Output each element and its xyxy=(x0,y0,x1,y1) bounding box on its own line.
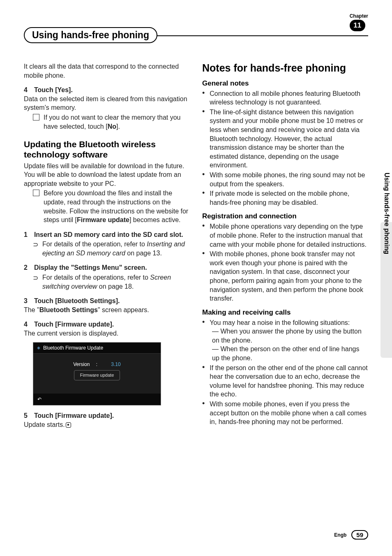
firmware-update-button[interactable]: Firmware update xyxy=(74,370,120,380)
updating-body: Update files will be available for downl… xyxy=(24,162,190,188)
note-icon xyxy=(33,190,39,196)
step-2-head: 2 Display the "Settings Menu" screen. xyxy=(24,263,190,272)
intro-text: It clears all the data that correspond t… xyxy=(24,62,190,80)
step-3-head: 3 Touch [Bluetooth Settings]. xyxy=(24,297,190,306)
general-notes-heading: General notes xyxy=(202,79,368,88)
chapter-number: 11 xyxy=(350,20,365,31)
bullet-icon: • xyxy=(202,250,205,303)
firmware-back-button[interactable]: ↶ xyxy=(33,394,161,405)
end-mark-icon: ■ xyxy=(66,422,71,428)
general-note: •The line-of-sight distance between this… xyxy=(202,108,368,170)
step-4-head: 4 Touch [Yes]. xyxy=(24,86,190,95)
ref-icon: ⊃ xyxy=(33,273,38,291)
bullet-icon: • xyxy=(202,364,205,399)
firmware-screenshot: ∗ Bluetooth Firmware Update Version : 3.… xyxy=(33,342,161,405)
updating-heading: Updating the Bluetooth wireless technolo… xyxy=(24,139,190,160)
note-icon xyxy=(33,114,39,120)
calls-subnote: — When you answer the phone by using the… xyxy=(212,327,368,345)
registration-note: •With mobile phones, phone book transfer… xyxy=(202,250,368,303)
calls-heading: Making and receiving calls xyxy=(202,308,368,317)
registration-note: •Mobile phone operations vary depending … xyxy=(202,222,368,249)
general-note: •If private mode is selected on the mobi… xyxy=(202,189,368,207)
updating-note: Before you download the files and instal… xyxy=(24,189,190,224)
general-note: •Connection to all mobile phones featuri… xyxy=(202,89,368,107)
registration-heading: Registration and connection xyxy=(202,212,368,221)
step-1-ref: ⊃ For details of the operation, refer to… xyxy=(24,240,190,257)
bluetooth-icon: ∗ xyxy=(37,345,41,351)
title-bar: Using hands-free phoning xyxy=(24,27,368,43)
bullet-icon: • xyxy=(202,318,205,327)
calls-note: •You may hear a noise in the following s… xyxy=(202,318,368,327)
left-column: It clears all the data that correspond t… xyxy=(24,62,190,429)
side-tab-text: Using hands-free phoning xyxy=(383,173,390,254)
step-3-body: The "Bluetooth Settings" screen appears. xyxy=(24,306,190,315)
bullet-icon: • xyxy=(202,171,205,188)
notes-heading: Notes for hands-free phoning xyxy=(202,62,368,74)
bullet-icon: • xyxy=(202,222,205,249)
calls-note: •With some mobile phones, even if you pr… xyxy=(202,400,368,426)
step-1-head: 1 Insert an SD memory card into the SD c… xyxy=(24,230,190,239)
step-4b-body: The current version is displayed. xyxy=(24,329,190,338)
step-5-body: Update starts.■ xyxy=(24,420,190,429)
ref-icon: ⊃ xyxy=(33,240,38,257)
bullet-icon: • xyxy=(202,400,205,426)
bullet-icon: • xyxy=(202,89,205,107)
calls-note: •If the person on the other end of the p… xyxy=(202,364,368,399)
page-number: 59 xyxy=(351,530,368,540)
title-rule xyxy=(155,35,368,36)
footer: Engb 59 xyxy=(334,530,368,540)
right-column: Notes for hands-free phoning General not… xyxy=(202,62,368,429)
step-5-head: 5 Touch [Firmware update]. xyxy=(24,411,190,420)
firmware-version: Version : 3.10 xyxy=(33,361,161,368)
chapter-label: Chapter xyxy=(350,13,368,19)
firmware-title: Bluetooth Firmware Update xyxy=(43,345,103,351)
general-note: •With some mobile phones, the ring sound… xyxy=(202,171,368,188)
bullet-icon: • xyxy=(202,189,205,207)
step-4b-head: 4 Touch [Firmware update]. xyxy=(24,320,190,329)
page-title: Using hands-free phoning xyxy=(24,27,157,43)
firmware-header: ∗ Bluetooth Firmware Update xyxy=(33,343,161,354)
step-4-note: If you do not want to clear the memory t… xyxy=(24,113,190,131)
calls-subnote: — When the person on the other end of li… xyxy=(212,345,368,362)
chapter-block: Chapter 11 xyxy=(350,13,368,31)
language-label: Engb xyxy=(334,532,346,538)
step-2-ref: ⊃ For details of the operations, refer t… xyxy=(24,273,190,291)
step-4-body: Data on the selected item is cleared fro… xyxy=(24,95,190,112)
bullet-icon: • xyxy=(202,108,205,170)
